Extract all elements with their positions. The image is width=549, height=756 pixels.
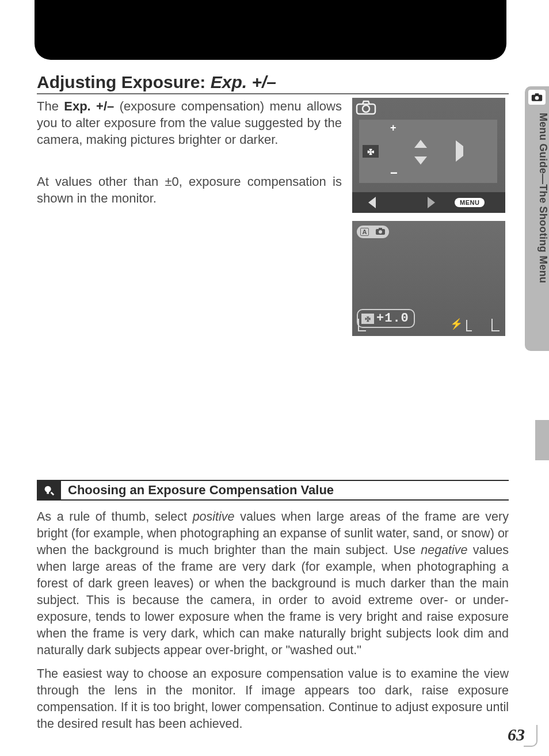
left-bracket-icon <box>358 319 366 331</box>
forward-arrow-icon <box>428 197 435 208</box>
svg-point-8 <box>45 486 51 492</box>
flash-bracket-icon <box>466 320 472 331</box>
camera-mode-icon <box>375 227 386 237</box>
right-arrow-icon <box>456 146 463 156</box>
intro-paragraph: The Exp. +/– (exposure compensation) men… <box>37 98 342 148</box>
svg-point-2 <box>535 96 539 100</box>
section-side-tab: Menu Guide—The Shooting Menu <box>525 86 549 351</box>
section-heading: Adjusting Exposure: Exp. +/– <box>37 72 509 94</box>
tip-paragraph-1: As a rule of thumb, select positive valu… <box>37 509 509 659</box>
monitor-screenshot: A ⧾ +1.0 ⚡ <box>352 221 505 336</box>
tip-paragraph-2: The easiest way to choose an exposure co… <box>37 666 509 732</box>
back-arrow-icon <box>368 197 376 208</box>
down-arrow-icon <box>414 165 427 175</box>
up-arrow-icon <box>414 130 427 140</box>
monitor-note-paragraph: At values other than ±0, exposure compen… <box>37 173 342 207</box>
camera-icon <box>531 93 543 102</box>
tip-header: Choosing an Exposure Compensation Value <box>37 480 509 501</box>
svg-rect-9 <box>47 492 49 494</box>
svg-rect-1 <box>535 93 539 95</box>
side-tab-label: Menu Guide—The Shooting Menu <box>525 112 549 346</box>
camera-icon-badge <box>528 90 546 105</box>
mode-letter: A <box>360 228 369 236</box>
tip-icon-badge <box>37 481 61 499</box>
mode-pill: A <box>357 226 389 238</box>
menu-button-label: MENU <box>455 198 485 207</box>
minus-label: − <box>390 166 398 181</box>
tip-callout: Choosing an Exposure Compensation Value … <box>37 480 509 732</box>
svg-rect-6 <box>379 228 382 230</box>
camera-outline-icon <box>356 100 376 117</box>
menu-screenshot: + − ⧾ MENU <box>352 98 505 213</box>
menu-footer-bar: MENU <box>352 192 505 213</box>
heading-em: Exp. +/– <box>211 72 276 91</box>
right-bracket-icon <box>491 319 500 331</box>
tip-title: Choosing an Exposure Compensation Value <box>61 481 509 499</box>
exposure-comp-icon: ⧾ <box>363 145 379 158</box>
page-number: 63 <box>508 725 525 744</box>
side-thumb-nub <box>535 420 549 460</box>
svg-point-7 <box>379 230 382 234</box>
plus-label: + <box>390 122 396 134</box>
exposure-adjust-panel: + − ⧾ <box>359 120 497 183</box>
lightbulb-icon <box>43 484 55 497</box>
page-corner-ornament <box>524 725 537 747</box>
heading-plain: Adjusting Exposure: <box>37 72 211 91</box>
page-header-black-band <box>35 0 506 60</box>
svg-point-4 <box>363 105 369 112</box>
page-content: Adjusting Exposure: Exp. +/– The Exp. +/… <box>37 72 509 739</box>
focus-brackets <box>358 314 500 334</box>
